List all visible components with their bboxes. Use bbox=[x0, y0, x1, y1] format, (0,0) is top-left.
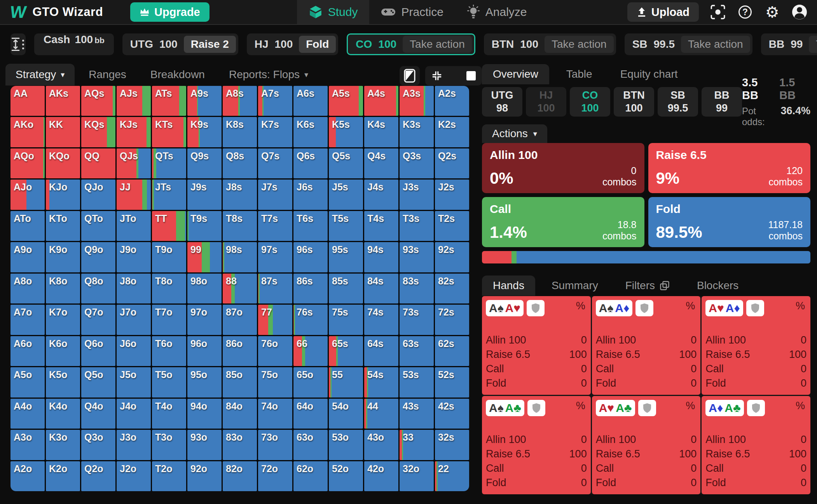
matrix-cell-qto[interactable]: QTo bbox=[81, 211, 115, 241]
matrix-cell-j6o[interactable]: J6o bbox=[117, 336, 151, 366]
matrix-cell-63o[interactable]: 63o bbox=[293, 430, 328, 460]
matrix-cell-k7o[interactable]: K7o bbox=[46, 305, 80, 335]
hand-combo-card[interactable]: A♥A♦%Allin 1000Raise 6.5100Call0Fold0 bbox=[702, 296, 810, 395]
matrix-cell-a9o[interactable]: A9o bbox=[10, 242, 45, 272]
matrix-cell-jto[interactable]: JTo bbox=[117, 211, 151, 241]
matrix-cell-a2o[interactable]: A2o bbox=[10, 461, 45, 491]
matrix-cell-43s[interactable]: 43s bbox=[400, 399, 434, 429]
matrix-cell-73o[interactable]: 73o bbox=[258, 430, 292, 460]
solid-view-icon[interactable] bbox=[466, 71, 476, 80]
matrix-cell-q9s[interactable]: Q9s bbox=[187, 148, 222, 178]
matrix-cell-a9s[interactable]: A9s bbox=[187, 86, 222, 116]
overview-position-btn[interactable]: BTN100 bbox=[614, 87, 654, 117]
matrix-cell-q7o[interactable]: Q7o bbox=[81, 305, 115, 335]
matrix-cell-j5s[interactable]: J5s bbox=[329, 180, 363, 209]
hand-combo-card[interactable]: A♥A♣%Allin 1000Raise 6.5100Call0Fold0 bbox=[592, 396, 701, 495]
matrix-cell-t8o[interactable]: T8o bbox=[152, 274, 186, 303]
blocker-shield-icon[interactable] bbox=[527, 400, 545, 416]
matrix-cell-87s[interactable]: 87s bbox=[258, 274, 292, 303]
matrix-cell-a4s[interactable]: A4s bbox=[364, 86, 398, 116]
seat-action-chip[interactable]: Take action bbox=[545, 36, 614, 53]
matrix-cell-75o[interactable]: 75o bbox=[258, 367, 292, 397]
action-card-allin-100[interactable]: Allin 1000%0combos bbox=[482, 143, 644, 193]
matrix-cell-j2s[interactable]: J2s bbox=[435, 180, 469, 209]
matrix-cell-k6o[interactable]: K6o bbox=[46, 336, 80, 366]
matrix-cell-k8o[interactable]: K8o bbox=[46, 274, 80, 303]
overview-position-co[interactable]: CO100 bbox=[570, 87, 610, 117]
actions-dropdown[interactable]: Actions ▾ bbox=[482, 124, 547, 143]
tab-study[interactable]: Study bbox=[297, 0, 370, 24]
matrix-cell-93s[interactable]: 93s bbox=[400, 242, 434, 272]
matrix-cell-aa[interactable]: AA bbox=[10, 86, 45, 116]
matrix-cell-ats[interactable]: ATs bbox=[152, 86, 186, 116]
seat-action-chip[interactable]: Fold bbox=[299, 36, 336, 53]
tab-hands[interactable]: Hands bbox=[482, 276, 535, 296]
matrix-cell-j7s[interactable]: J7s bbox=[258, 180, 292, 209]
matrix-cell-q8o[interactable]: Q8o bbox=[81, 274, 115, 303]
seat-action-chip[interactable]: Take action bbox=[403, 36, 472, 53]
matrix-cell-32s[interactable]: 32s bbox=[435, 430, 469, 460]
matrix-cell-t2s[interactable]: T2s bbox=[435, 211, 469, 241]
matrix-cell-qjs[interactable]: QJs bbox=[117, 148, 151, 178]
matrix-cell-64o[interactable]: 64o bbox=[293, 399, 328, 429]
matrix-cell-54s[interactable]: 54s bbox=[364, 367, 398, 397]
matrix-cell-q6o[interactable]: Q6o bbox=[81, 336, 115, 366]
matrix-cell-j4o[interactable]: J4o bbox=[117, 399, 151, 429]
matrix-cell-t9s[interactable]: T9s bbox=[187, 211, 222, 241]
matrix-cell-76o[interactable]: 76o bbox=[258, 336, 292, 366]
tab-practice[interactable]: Practice bbox=[369, 0, 455, 24]
matrix-cell-aqs[interactable]: AQs bbox=[81, 86, 115, 116]
matrix-cell-k2s[interactable]: K2s bbox=[435, 117, 469, 147]
action-card-fold[interactable]: Fold89.5%1187.18combos bbox=[648, 197, 811, 247]
matrix-cell-t8s[interactable]: T8s bbox=[223, 211, 257, 241]
matrix-cell-65s[interactable]: 65s bbox=[329, 336, 363, 366]
matrix-cell-q2s[interactable]: Q2s bbox=[435, 148, 469, 178]
matrix-cell-j7o[interactable]: J7o bbox=[117, 305, 151, 335]
matrix-cell-a8o[interactable]: A8o bbox=[10, 274, 45, 303]
matrix-cell-74o[interactable]: 74o bbox=[258, 399, 292, 429]
matrix-cell-86o[interactable]: 86o bbox=[223, 336, 257, 366]
overview-position-hj[interactable]: HJ100 bbox=[526, 87, 566, 117]
matrix-cell-kqs[interactable]: KQs bbox=[81, 117, 115, 147]
matrix-cell-a6s[interactable]: A6s bbox=[293, 86, 328, 116]
matrix-cell-85o[interactable]: 85o bbox=[223, 367, 257, 397]
upload-button[interactable]: Upload bbox=[627, 2, 699, 22]
matrix-cell-42o[interactable]: 42o bbox=[364, 461, 398, 491]
hand-combo-card[interactable]: A♦A♣%Allin 1000Raise 6.5100Call0Fold0 bbox=[702, 396, 810, 495]
matrix-cell-a3s[interactable]: A3s bbox=[400, 86, 434, 116]
matrix-cell-83s[interactable]: 83s bbox=[400, 274, 434, 303]
matrix-cell-ajo[interactable]: AJo bbox=[10, 180, 45, 209]
matrix-cell-j9o[interactable]: J9o bbox=[117, 242, 151, 272]
tab-filters[interactable]: Filters bbox=[614, 276, 681, 296]
matrix-cell-94o[interactable]: 94o bbox=[187, 399, 222, 429]
matrix-cell-22[interactable]: 22 bbox=[435, 461, 469, 491]
matrix-cell-a8s[interactable]: A8s bbox=[223, 86, 257, 116]
matrix-cell-73s[interactable]: 73s bbox=[400, 305, 434, 335]
matrix-cell-93o[interactable]: 93o bbox=[187, 430, 222, 460]
matrix-cell-63s[interactable]: 63s bbox=[400, 336, 434, 366]
matrix-cell-t2o[interactable]: T2o bbox=[152, 461, 186, 491]
hand-combo-card[interactable]: A♠A♣%Allin 1000Raise 6.5100Call0Fold0 bbox=[482, 396, 591, 495]
screenshot-scan-icon[interactable] bbox=[710, 4, 726, 20]
matrix-cell-76s[interactable]: 76s bbox=[293, 305, 328, 335]
matrix-cell-44[interactable]: 44 bbox=[364, 399, 398, 429]
matrix-cell-k9o[interactable]: K9o bbox=[46, 242, 80, 272]
matrix-cell-84o[interactable]: 84o bbox=[223, 399, 257, 429]
matrix-cell-42s[interactable]: 42s bbox=[435, 399, 469, 429]
tab-ranges[interactable]: Ranges bbox=[79, 64, 136, 85]
matrix-cell-95o[interactable]: 95o bbox=[187, 367, 222, 397]
matrix-cell-j8s[interactable]: J8s bbox=[223, 180, 257, 209]
matrix-cell-k7s[interactable]: K7s bbox=[258, 117, 292, 147]
tab-breakdown[interactable]: Breakdown bbox=[140, 64, 215, 85]
matrix-cell-kk[interactable]: KK bbox=[46, 117, 80, 147]
matrix-cell-jj[interactable]: JJ bbox=[117, 180, 151, 209]
matrix-cell-a6o[interactable]: A6o bbox=[10, 336, 45, 366]
matrix-cell-64s[interactable]: 64s bbox=[364, 336, 398, 366]
matrix-cell-92s[interactable]: 92s bbox=[435, 242, 469, 272]
blocker-shield-icon[interactable] bbox=[638, 400, 656, 416]
help-icon[interactable]: ? bbox=[737, 4, 753, 20]
matrix-cell-aqo[interactable]: AQo bbox=[10, 148, 45, 178]
matrix-cell-53s[interactable]: 53s bbox=[400, 367, 434, 397]
matrix-cell-j5o[interactable]: J5o bbox=[117, 367, 151, 397]
stack-depth-icon[interactable] bbox=[10, 37, 21, 51]
